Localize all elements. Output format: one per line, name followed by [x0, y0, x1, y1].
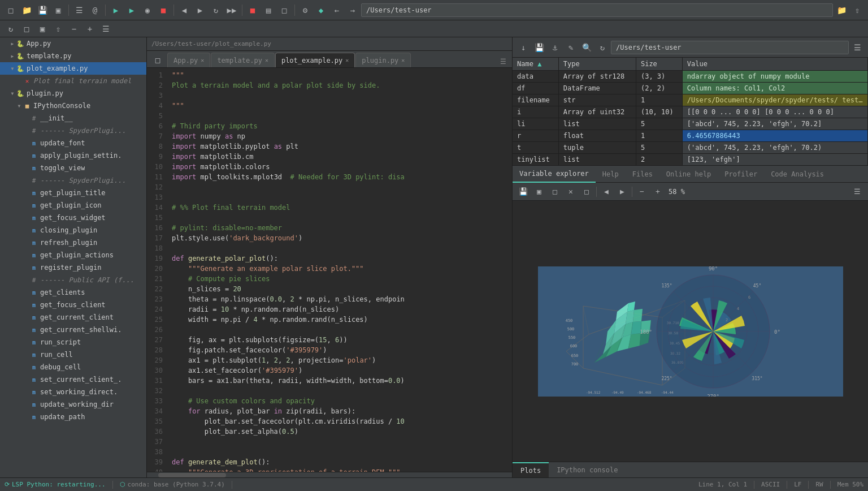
- stop-icon[interactable]: ■: [156, 3, 171, 18]
- code-content[interactable]: """Plot a terrain model and a polar plot…: [167, 68, 512, 472]
- tab-templatepy-close[interactable]: ✕: [265, 57, 268, 63]
- tab-code-analysis[interactable]: Code Analysis: [764, 166, 831, 183]
- sidebar-item-templatepy[interactable]: ▶ 🐍 template.py: [0, 50, 146, 62]
- sidebar-item-toggleview[interactable]: m toggle_view: [0, 162, 146, 174]
- minus-icon[interactable]: −: [67, 21, 81, 36]
- forward-icon[interactable]: →: [345, 3, 360, 18]
- skip-icon[interactable]: ▶▶: [224, 3, 239, 18]
- col-header-size[interactable]: Size: [636, 58, 682, 71]
- right-menu-icon[interactable]: ☰: [850, 40, 865, 55]
- sidebar-item-init[interactable]: # __init__: [0, 112, 146, 124]
- menu2-icon[interactable]: ☰: [98, 21, 113, 36]
- run-icon[interactable]: ▶: [108, 3, 123, 18]
- prev-icon[interactable]: ◀: [177, 3, 192, 18]
- profile-icon[interactable]: ▤: [261, 3, 276, 18]
- sidebar-item-updatefont[interactable]: m update_font: [0, 137, 146, 149]
- run-file-icon[interactable]: ▶: [124, 3, 139, 18]
- sidebar-item-getfocusclient[interactable]: m get_focus_client: [0, 299, 146, 311]
- tab-apppy-close[interactable]: ✕: [201, 57, 204, 63]
- plot-prev-icon[interactable]: ◀: [599, 184, 614, 199]
- settings-icon[interactable]: ⚙: [298, 3, 313, 18]
- plot-menu-icon[interactable]: ☰: [850, 184, 865, 199]
- tab-files[interactable]: Files: [626, 166, 659, 183]
- save-all-icon[interactable]: ▣: [51, 3, 66, 18]
- paste2-icon[interactable]: ▣: [35, 21, 50, 36]
- plot-zoomout-icon[interactable]: −: [635, 184, 649, 199]
- tab-pluginpy[interactable]: plugin.py ✕: [355, 53, 411, 67]
- tab-plotexamplepy[interactable]: plot_example.py ✕: [275, 53, 355, 67]
- sidebar-item-plotterrain[interactable]: ✕ Plot final terrain model: [0, 75, 146, 87]
- sidebar-item-registerplugin[interactable]: m register_plugin: [0, 261, 146, 274]
- refresh-icon[interactable]: ↻: [209, 3, 223, 18]
- right-save-icon[interactable]: 💾: [532, 40, 546, 55]
- open-file-icon[interactable]: 📁: [19, 3, 34, 18]
- plot-save-icon[interactable]: 💾: [516, 184, 531, 199]
- at-icon[interactable]: @: [88, 3, 102, 18]
- sidebar-item-ipythonconsole[interactable]: ▼ ■ IPythonConsole: [0, 100, 146, 112]
- sidebar-item-closingplugin[interactable]: m closing_plugin: [0, 224, 146, 236]
- sidebar-item-debugcell[interactable]: m debug_cell: [0, 361, 146, 373]
- sidebar-item-getfocuswidget[interactable]: m get_focus_widget: [0, 212, 146, 224]
- tab-plotexample-close[interactable]: ✕: [345, 57, 349, 63]
- file-icon[interactable]: □: [150, 53, 165, 67]
- plot-clone-icon[interactable]: □: [548, 184, 562, 199]
- debug-icon[interactable]: ■: [245, 3, 260, 18]
- var-row-li[interactable]: li list 5 ['abcd', 745, 2.23, 'efgh', 70…: [513, 118, 868, 130]
- col-header-name[interactable]: Name ▲: [513, 58, 558, 71]
- col-header-type[interactable]: Type: [558, 58, 636, 71]
- sidebar-item-sep3[interactable]: # ------ Public API (f...: [0, 274, 146, 286]
- copy2-icon[interactable]: □: [19, 21, 34, 36]
- sidebar-item-getpluginactions[interactable]: m get_plugin_actions: [0, 249, 146, 261]
- list-icon[interactable]: ☰: [72, 3, 86, 18]
- var-row-data[interactable]: data Array of str128 (3, 3) ndarray obje…: [513, 71, 868, 83]
- tab-ipython-console[interactable]: IPython console: [549, 462, 626, 478]
- refresh2-icon[interactable]: ↻: [3, 21, 18, 36]
- sidebar-item-runcell[interactable]: m run_cell: [0, 348, 146, 361]
- tab-templatepy[interactable]: template.py ✕: [211, 53, 275, 67]
- tab-online-help[interactable]: Online help: [659, 166, 718, 183]
- tab-help[interactable]: Help: [596, 166, 626, 183]
- save-file-icon[interactable]: 💾: [35, 3, 50, 18]
- var-row-filename[interactable]: filename str 1 /Users/Documents/spyder/s…: [513, 94, 868, 106]
- plot-zoomin-icon[interactable]: +: [650, 184, 665, 199]
- sidebar-item-updatepath[interactable]: m update_path: [0, 411, 146, 423]
- python-icon[interactable]: ◆: [314, 3, 328, 18]
- browse-icon[interactable]: 📁: [834, 3, 849, 18]
- sidebar-item-getclients[interactable]: m get_clients: [0, 286, 146, 299]
- plot-copy-icon[interactable]: ▣: [532, 184, 546, 199]
- plot-expand-icon[interactable]: □: [579, 184, 594, 199]
- scrollbar-thumb[interactable]: [158, 473, 226, 477]
- next-icon[interactable]: ▶: [193, 3, 207, 18]
- sidebar-item-getpluginicon[interactable]: m get_plugin_icon: [0, 199, 146, 212]
- editor-scrollbar[interactable]: [147, 472, 512, 477]
- sidebar-item-sep2[interactable]: # ------ SpyderPlugi...: [0, 174, 146, 187]
- sidebar-content[interactable]: ▶ 🐍 App.py ▶ 🐍 template.py ▼ 🐍 plot_exam…: [0, 37, 146, 477]
- tab-profiler[interactable]: Profiler: [718, 166, 764, 183]
- var-row-r[interactable]: r float 1 6.46567886443: [513, 130, 868, 142]
- up-icon[interactable]: ⇧: [51, 21, 66, 36]
- var-row-df[interactable]: df DataFrame (2, 2) Column names: Col1, …: [513, 83, 868, 94]
- right-download-icon[interactable]: ↓: [516, 40, 531, 55]
- col-header-value[interactable]: Value: [682, 58, 867, 71]
- sidebar-item-setworkingdir[interactable]: m set_working_direct.: [0, 386, 146, 398]
- sidebar-item-apppy[interactable]: ▶ 🐍 App.py: [0, 37, 146, 50]
- sidebar-item-getcurrentshell[interactable]: m get_current_shellwi.: [0, 324, 146, 336]
- var-row-t[interactable]: t tuple 5 ('abcd', 745, 2.23, 'efgh', 70…: [513, 142, 868, 154]
- upload-icon[interactable]: ⇧: [850, 3, 865, 18]
- right-search-icon[interactable]: 🔍: [579, 40, 594, 55]
- sidebar-item-setcurrentclient[interactable]: m set_current_client_.: [0, 373, 146, 386]
- right-refresh-icon[interactable]: ↻: [595, 40, 610, 55]
- tab-pluginpy-close[interactable]: ✕: [401, 57, 405, 63]
- plot-next-icon[interactable]: ▶: [615, 184, 630, 199]
- tab-apppy[interactable]: App.py ✕: [167, 53, 210, 67]
- sidebar-item-plotexamplepy[interactable]: ▼ 🐍 plot_example.py: [0, 62, 146, 75]
- right-link-icon[interactable]: ⚓: [548, 40, 562, 55]
- sidebar-item-refreshplugin[interactable]: m refresh_plugin: [0, 236, 146, 249]
- sidebar-item-getplugintitle[interactable]: m get_plugin_title: [0, 187, 146, 199]
- sidebar-item-applyplugin[interactable]: m apply_plugin_settin.: [0, 149, 146, 162]
- var-row-i[interactable]: i Array of uint32 (10, 10) [[0 0 0 ... 0…: [513, 106, 868, 118]
- var-row-tinylist[interactable]: tinylist list 2 [123, 'efgh']: [513, 154, 868, 166]
- run-cell-icon[interactable]: ◉: [140, 3, 155, 18]
- new-file-icon[interactable]: □: [3, 3, 18, 18]
- sidebar-item-runscript[interactable]: m run_script: [0, 336, 146, 348]
